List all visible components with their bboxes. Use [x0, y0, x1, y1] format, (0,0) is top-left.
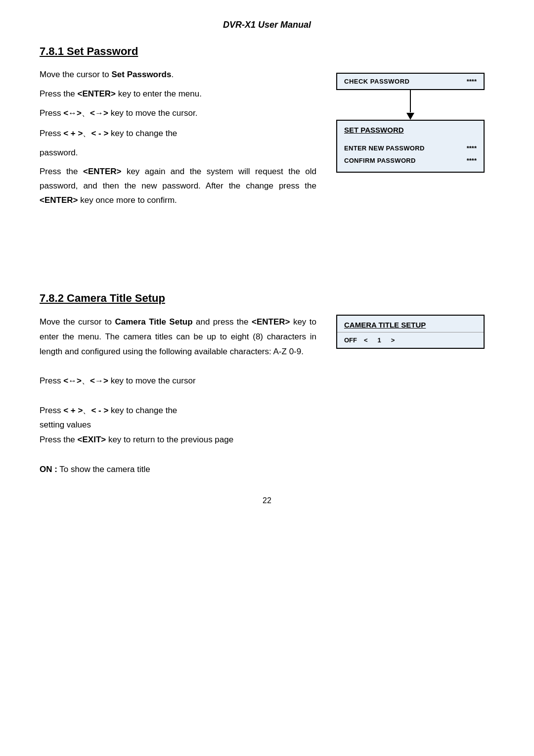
bold-enter-1: <ENTER>: [78, 89, 116, 98]
camera-left-arrow: <: [364, 336, 368, 344]
camera-num: 1: [378, 336, 381, 344]
check-password-label: CHECK PASSWORD: [344, 78, 462, 85]
enter-new-password-value: ****: [467, 144, 477, 152]
set-password-rows: ENTER NEW PASSWORD **** CONFIRM PASSWORD…: [337, 137, 484, 172]
section-782-title: 7.8.2 Camera Title Setup: [40, 292, 494, 305]
para-782-6: ON : To show the camera title: [40, 462, 316, 477]
arrow-down: [400, 90, 420, 120]
camera-title-box: CAMERA TITLE SETUP OFF < 1 >: [336, 315, 485, 349]
bold-on: ON :: [40, 465, 57, 474]
bold-enter-782: <ENTER>: [252, 317, 290, 327]
bold-minus: < - >: [91, 129, 108, 138]
para-4b: password.: [40, 146, 316, 160]
para-782-2: Press <↔>、<→> key to move the cursor: [40, 374, 316, 388]
enter-new-password-row: ENTER NEW PASSWORD ****: [337, 142, 484, 154]
bold-exit: <EXIT>: [78, 435, 106, 444]
set-password-header: SET PASSWORD: [337, 121, 484, 137]
camera-title-box-title: CAMERA TITLE SETUP: [344, 321, 426, 329]
bold-minus-782: < - >: [91, 406, 108, 415]
section-781-text: Move the cursor to Set Passwords. Press …: [40, 68, 316, 213]
section-782: 7.8.2 Camera Title Setup Move the cursor…: [40, 292, 494, 476]
para-1: Move the cursor to Set Passwords.: [40, 68, 316, 82]
para-782-4: setting values: [40, 418, 316, 432]
bold-arrow-lr-782: <→>: [90, 376, 108, 385]
para-3: Press <↔>、<→> key to move the cursor.: [40, 106, 316, 121]
set-password-box: SET PASSWORD ENTER NEW PASSWORD **** CON…: [336, 120, 485, 173]
section-spacer-2: [40, 252, 494, 272]
para-4: Press < + >、< - > key to change the: [40, 127, 316, 141]
para-782-1: Move the cursor to Camera Title Setup an…: [40, 315, 316, 359]
page-header: DVR-X1 User Manual: [40, 20, 494, 30]
section-spacer-3: [40, 272, 494, 292]
bold-enter-2: <ENTER>: [83, 167, 121, 176]
bold-plus: < + >: [63, 129, 83, 138]
section-781-ui: CHECK PASSWORD **** SET PASSWORD: [336, 68, 494, 173]
check-password-row: CHECK PASSWORD ****: [337, 74, 484, 89]
section-782-text: Move the cursor to Camera Title Setup an…: [40, 315, 316, 476]
section-782-ui: CAMERA TITLE SETUP OFF < 1 >: [336, 315, 494, 349]
document-title: DVR-X1 User Manual: [223, 20, 311, 30]
bold-arrow-ud-782: <↔>: [63, 376, 82, 385]
section-782-content: Move the cursor to Camera Title Setup an…: [40, 315, 494, 476]
bold-enter-3: <ENTER>: [40, 195, 78, 205]
arrow-head: [406, 113, 414, 120]
section-spacer-1: [40, 233, 494, 252]
para-782-5: Press the <EXIT> key to return to the pr…: [40, 432, 316, 447]
bold-arrow-ud: <↔>: [63, 108, 82, 118]
camera-title-header: CAMERA TITLE SETUP: [337, 316, 484, 332]
check-password-value: ****: [467, 78, 477, 85]
bold-arrow-lr: <→>: [90, 108, 108, 118]
arrow-line: [410, 90, 411, 112]
camera-right-arrow: >: [391, 336, 395, 344]
confirm-password-row: CONFIRM PASSWORD ****: [337, 154, 484, 167]
confirm-password-value: ****: [467, 157, 477, 164]
check-password-box: CHECK PASSWORD ****: [336, 73, 485, 90]
bold-camera-title: Camera Title Setup: [115, 317, 192, 327]
section-781-content: Move the cursor to Set Passwords. Press …: [40, 68, 494, 213]
bold-plus-782: < + >: [63, 406, 83, 415]
enter-new-password-label: ENTER NEW PASSWORD: [344, 144, 462, 152]
camera-title-row: OFF < 1 >: [337, 332, 484, 348]
set-password-title: SET PASSWORD: [344, 126, 404, 134]
para-782-3: Press < + >、< - > key to change the: [40, 403, 316, 418]
para-5: Press the <ENTER> key again and the syst…: [40, 165, 316, 208]
camera-off-label: OFF: [344, 336, 357, 344]
section-781: 7.8.1 Set Password Move the cursor to Se…: [40, 45, 494, 213]
page: DVR-X1 User Manual 7.8.1 Set Password Mo…: [0, 0, 534, 756]
confirm-password-label: CONFIRM PASSWORD: [344, 157, 462, 164]
bold-set-passwords: Set Passwords: [112, 70, 172, 79]
page-number: 22: [40, 496, 494, 505]
section-781-title: 7.8.1 Set Password: [40, 45, 494, 58]
para-2: Press the <ENTER> key to enter the menu.: [40, 87, 316, 101]
